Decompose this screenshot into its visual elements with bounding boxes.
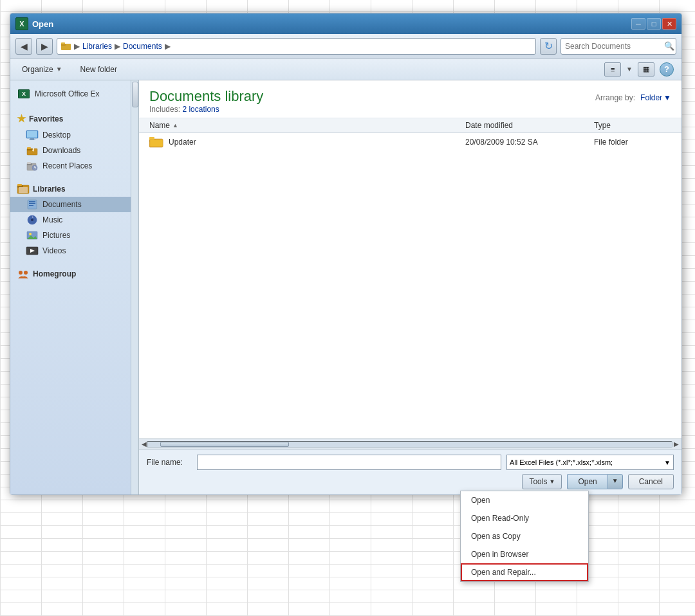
col-name[interactable]: Name ▲ bbox=[149, 121, 465, 130]
tools-button[interactable]: Tools ▼ bbox=[522, 474, 562, 489]
help-button[interactable]: ? bbox=[660, 62, 674, 77]
close-button[interactable]: ✕ bbox=[662, 18, 676, 30]
bottom-actions: Tools ▼ Open ▼ Cancel bbox=[147, 474, 674, 489]
folder-file-icon bbox=[149, 136, 163, 148]
file-name-cell: Updater bbox=[149, 136, 465, 148]
folder-icon bbox=[61, 42, 71, 51]
svg-rect-2 bbox=[61, 42, 65, 44]
sidebar-item-ms-office[interactable]: X Microsoft Office Ex bbox=[10, 86, 138, 102]
file-type-arrow: ▼ bbox=[664, 459, 671, 466]
table-row[interactable]: Updater 20/08/2009 10:52 SA File folder bbox=[139, 133, 681, 151]
scroll-track[interactable] bbox=[147, 441, 672, 448]
dropdown-item-browser[interactable]: Open in Browser bbox=[461, 545, 588, 563]
dropdown-item-copy[interactable]: Open as Copy bbox=[461, 527, 588, 545]
sidebar-item-videos[interactable]: Videos bbox=[10, 243, 138, 258]
svg-rect-5 bbox=[29, 140, 35, 140]
sidebar-section-homegroup[interactable]: Homegroup bbox=[10, 264, 138, 282]
dropdown-item-open[interactable]: Open bbox=[461, 491, 588, 509]
sidebar-item-downloads[interactable]: Downloads bbox=[10, 143, 138, 158]
svg-rect-11 bbox=[33, 148, 34, 150]
sidebar-item-recent[interactable]: Recent Places bbox=[10, 158, 138, 174]
breadcrumb-documents[interactable]: Documents bbox=[123, 42, 162, 51]
recent-icon bbox=[26, 161, 39, 171]
file-list-header: Name ▲ Date modified Type bbox=[139, 118, 681, 133]
minimize-button[interactable]: ─ bbox=[631, 18, 645, 30]
sidebar-item-desktop[interactable]: Desktop bbox=[10, 127, 138, 143]
svg-rect-21 bbox=[29, 201, 35, 203]
organize-button[interactable]: Organize ▼ bbox=[18, 63, 66, 76]
sidebar-recent-label: Recent Places bbox=[42, 161, 92, 170]
scroll-thumb[interactable] bbox=[160, 442, 289, 447]
sidebar: X Microsoft Office Ex ★ Favorites Deskto… bbox=[10, 80, 139, 494]
libraries-section-icon bbox=[17, 184, 30, 194]
dropdown-item-read-only[interactable]: Open Read-Only bbox=[461, 509, 588, 527]
toolbar-dropdown-arrow: ▼ bbox=[626, 66, 633, 73]
open-dropdown-arrow[interactable]: ▼ bbox=[607, 474, 623, 489]
bottom-bar: File name: All Excel Files (*.xl*;*.xlsx… bbox=[139, 449, 681, 494]
view-preview-button[interactable]: ▦ bbox=[638, 62, 654, 77]
svg-rect-18 bbox=[17, 184, 22, 186]
dropdown-item-repair[interactable]: Open and Repair... bbox=[461, 563, 588, 581]
file-name: Updater bbox=[169, 138, 196, 147]
maximize-button[interactable]: □ bbox=[647, 18, 661, 30]
file-name-label: File name: bbox=[147, 458, 192, 467]
bottom-scrollbar[interactable]: ◀ ▶ bbox=[139, 439, 681, 449]
sidebar-scrollbar[interactable] bbox=[131, 80, 138, 494]
sidebar-pictures-label: Pictures bbox=[42, 231, 70, 240]
open-button[interactable]: Open bbox=[567, 474, 607, 489]
address-bar: ◀ ▶ ▶ Libraries ▶ Documents ▶ ↻ 🔍 bbox=[10, 34, 681, 59]
view-list-button[interactable]: ≡ bbox=[604, 62, 621, 77]
open-button-group: Open ▼ bbox=[567, 474, 622, 489]
open-dialog: X Open ─ □ ✕ ◀ ▶ ▶ Libraries ▶ Documents… bbox=[10, 13, 682, 495]
title-bar: X Open ─ □ ✕ bbox=[10, 14, 681, 34]
breadcrumb-sep2: ▶ bbox=[115, 42, 120, 51]
main-content: X Microsoft Office Ex ★ Favorites Deskto… bbox=[10, 80, 681, 494]
file-type-label: All Excel Files (*.xl*;*.xlsx;*.xlsm; bbox=[510, 458, 613, 466]
forward-button[interactable]: ▶ bbox=[36, 38, 53, 55]
title-bar-controls: ─ □ ✕ bbox=[631, 18, 676, 30]
sidebar-documents-label: Documents bbox=[42, 200, 82, 209]
svg-rect-4 bbox=[30, 138, 34, 140]
dialog-title: Open bbox=[32, 19, 53, 29]
sidebar-item-music[interactable]: Music bbox=[10, 212, 138, 228]
toolbar: Organize ▼ New folder ≡ ▼ ▦ ? bbox=[10, 59, 681, 80]
file-name-row: File name: All Excel Files (*.xl*;*.xlsx… bbox=[147, 455, 674, 470]
pictures-icon bbox=[26, 230, 39, 240]
sidebar-item-documents[interactable]: Documents bbox=[10, 197, 138, 212]
sidebar-scrollbar-thumb[interactable] bbox=[132, 82, 138, 107]
organize-dropdown-arrow: ▼ bbox=[56, 66, 62, 73]
breadcrumb-libraries[interactable]: Libraries bbox=[82, 42, 112, 51]
sidebar-item-pictures[interactable]: Pictures bbox=[10, 228, 138, 243]
arrange-by-label: Arrange by: bbox=[595, 93, 635, 102]
file-header-title: Documents library bbox=[149, 88, 671, 105]
sidebar-desktop-label: Desktop bbox=[42, 131, 71, 140]
file-type-dropdown[interactable]: All Excel Files (*.xl*;*.xlsx;*.xlsm; ▼ bbox=[506, 455, 674, 470]
arrange-folder-button[interactable]: Folder ▼ bbox=[640, 93, 671, 102]
open-dropdown-menu: Open Open Read-Only Open as Copy Open in… bbox=[460, 491, 589, 582]
svg-point-31 bbox=[19, 271, 23, 275]
ms-office-icon: X bbox=[17, 88, 31, 100]
locations-link[interactable]: 2 locations bbox=[182, 105, 219, 114]
new-folder-button[interactable]: New folder bbox=[77, 63, 121, 76]
breadcrumb-separator: ▶ bbox=[74, 42, 80, 51]
scroll-left-arrow[interactable]: ◀ bbox=[142, 440, 147, 448]
homegroup-icon bbox=[17, 269, 30, 279]
documents-icon bbox=[26, 199, 39, 210]
cancel-button[interactable]: Cancel bbox=[628, 474, 674, 489]
svg-rect-9 bbox=[27, 147, 31, 149]
col-type[interactable]: Type bbox=[594, 121, 671, 130]
back-button[interactable]: ◀ bbox=[15, 38, 32, 55]
search-bar: 🔍 bbox=[561, 38, 676, 55]
breadcrumb-bar[interactable]: ▶ Libraries ▶ Documents ▶ bbox=[57, 38, 536, 55]
file-name-input[interactable] bbox=[197, 455, 501, 470]
tools-dropdown-arrow: ▼ bbox=[549, 478, 555, 485]
scroll-right-arrow[interactable]: ▶ bbox=[674, 440, 679, 448]
file-list-body: Updater 20/08/2009 10:52 SA File folder bbox=[139, 133, 681, 439]
sidebar-videos-label: Videos bbox=[42, 246, 66, 255]
sidebar-ms-office-label: Microsoft Office Ex bbox=[35, 89, 99, 98]
search-input[interactable] bbox=[565, 42, 662, 51]
sidebar-music-label: Music bbox=[42, 215, 62, 224]
excel-app-icon: X bbox=[15, 17, 28, 30]
col-date[interactable]: Date modified bbox=[465, 121, 594, 130]
refresh-button[interactable]: ↻ bbox=[540, 38, 557, 55]
